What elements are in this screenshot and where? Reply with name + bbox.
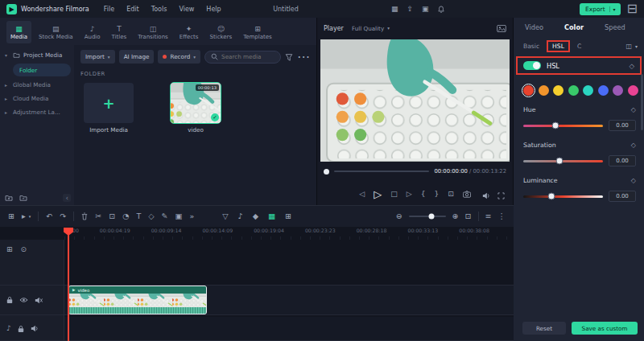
export-dropdown-chevron-icon[interactable]: ▾ <box>609 6 619 12</box>
menu-edit[interactable]: Edit <box>126 6 139 13</box>
subtab-basic[interactable]: Basic <box>523 43 539 50</box>
sidebar-item-folder[interactable]: Folder <box>13 64 71 76</box>
pen-tool-icon[interactable]: ✎ <box>162 212 168 220</box>
timeline-zoom-slider[interactable] <box>409 216 446 217</box>
hsl-toggle[interactable] <box>523 61 541 70</box>
saturation-value[interactable]: 0.00 <box>609 155 636 166</box>
playhead-line[interactable] <box>68 228 69 341</box>
snapshot-camera-icon[interactable] <box>463 191 471 198</box>
panel-toggle-icon[interactable]: ⊟ <box>627 2 638 15</box>
tab-titles[interactable]: T Titles <box>108 21 131 43</box>
undo-icon[interactable]: ↶ <box>46 212 52 220</box>
tab-stock-media[interactable]: ▤ Stock Media <box>35 21 77 43</box>
keyframe-diamond-icon[interactable]: ◇ <box>629 62 634 70</box>
tab-video[interactable]: Video <box>525 23 543 38</box>
quality-selector[interactable]: Full Quality ▾ <box>352 25 390 32</box>
record-button[interactable]: Record ▾ <box>158 50 200 64</box>
swatch-blue[interactable] <box>598 85 609 96</box>
fit-timeline-icon[interactable]: ⊡ <box>465 212 472 220</box>
ai-tools-icon[interactable]: ▦ <box>268 212 275 220</box>
display-mode-icon[interactable] <box>497 25 506 32</box>
fullscreen-icon[interactable] <box>497 192 505 199</box>
hide-track-eye-icon[interactable] <box>19 297 28 303</box>
tab-transitions[interactable]: ◫ Transitions <box>134 21 172 43</box>
tab-color[interactable]: Color <box>564 23 584 38</box>
reset-button[interactable]: Reset <box>522 322 566 335</box>
zoom-in-icon[interactable]: ⊕ <box>452 212 459 220</box>
play-icon[interactable]: ▷ <box>374 189 382 199</box>
swatch-orange[interactable] <box>539 85 549 96</box>
saturation-slider[interactable] <box>523 160 603 162</box>
save-as-custom-button[interactable]: Save as custom <box>572 322 638 335</box>
more-tools-icon[interactable]: » <box>190 212 195 220</box>
lock-track-icon[interactable] <box>6 296 13 304</box>
menu-view[interactable]: View <box>179 6 194 13</box>
video-preview[interactable] <box>320 39 510 162</box>
layout-icon[interactable]: ▦ <box>391 6 398 13</box>
split-icon[interactable]: ✂ <box>95 212 101 220</box>
mute-track-icon[interactable] <box>31 325 39 332</box>
saturation-slider-knob[interactable] <box>555 158 563 165</box>
menu-tools[interactable]: Tools <box>151 6 167 13</box>
timeline-menu-icon[interactable]: ⋮ <box>498 212 506 220</box>
sidebar-item-project-media[interactable]: ▾ Project Media <box>5 48 71 62</box>
track-manager-icon[interactable]: ≡ <box>485 212 492 220</box>
chevron-down-icon[interactable]: ▾ <box>635 44 638 49</box>
tab-effects[interactable]: ✦ Effects <box>175 21 203 43</box>
tab-media[interactable]: ▦ Media <box>6 21 31 43</box>
keyframe-icon[interactable]: ◇ <box>148 212 154 220</box>
ai-image-button[interactable]: AI Image <box>119 50 155 64</box>
export-button[interactable]: Export ▾ <box>580 3 621 15</box>
swatch-red[interactable] <box>523 85 534 96</box>
subtab-hsl[interactable]: HSL <box>547 40 570 52</box>
stop-icon[interactable]: □ <box>390 191 398 198</box>
swatch-magenta[interactable] <box>628 85 638 96</box>
snap-magnet-icon[interactable]: ⊙ <box>21 246 27 253</box>
notification-bell-icon[interactable] <box>438 6 444 13</box>
timeline-video-clip[interactable]: ▶ video <box>68 286 207 314</box>
sidebar-item-cloud-media[interactable]: ▸ Cloud Media <box>5 92 71 105</box>
compare-view-icon[interactable]: ◫ <box>625 43 632 50</box>
swatch-green[interactable] <box>568 85 579 96</box>
subtab-curves[interactable]: C <box>577 43 581 50</box>
import-media-tile[interactable]: + Import Media <box>84 83 134 134</box>
volume-icon[interactable] <box>482 192 490 199</box>
keyframe-diamond-icon[interactable]: ◇ <box>631 106 636 113</box>
tab-templates[interactable]: ⊞ Templates <box>239 21 276 43</box>
scrubber-track[interactable] <box>334 170 429 172</box>
lock-track-icon[interactable] <box>18 325 24 333</box>
more-options-icon[interactable]: ⋯ <box>297 51 310 64</box>
screen-record-icon[interactable]: ▣ <box>175 212 183 220</box>
import-media-icon[interactable]: ⇪ <box>407 6 414 13</box>
media-browser-icon[interactable]: ⊞ <box>8 212 14 220</box>
marker-icon[interactable]: ▽ <box>222 212 228 220</box>
video-clip-tile[interactable]: 00:00:13 ✓ video <box>171 83 221 134</box>
tab-stickers[interactable]: ☺ Stickers <box>206 21 237 43</box>
video-clip-thumbnail[interactable]: 00:00:13 ✓ <box>171 83 221 123</box>
crop-icon[interactable]: ⊡ <box>109 212 115 220</box>
import-media-dropzone[interactable]: + <box>84 83 134 123</box>
previous-frame-icon[interactable]: ◁ <box>359 191 365 198</box>
pointer-tool-icon[interactable]: ▸ <box>22 212 26 220</box>
zoom-out-icon[interactable]: ⊖ <box>396 212 402 220</box>
keyframe-diamond-icon[interactable]: ◇ <box>631 177 636 184</box>
timeline-ruler[interactable]: 00:00 00:00:04:19 00:00:09:14 00:00:14:0… <box>64 228 489 236</box>
collapse-sidebar-icon[interactable]: ‹ <box>63 194 71 202</box>
beat-detect-icon[interactable]: ♪ <box>238 212 243 220</box>
add-track-icon[interactable]: ⊞ <box>6 246 13 253</box>
swatch-teal[interactable] <box>583 85 593 96</box>
hue-value[interactable]: 0.00 <box>609 120 636 131</box>
mark-in-icon[interactable]: { <box>421 191 426 198</box>
mute-track-icon[interactable] <box>35 297 43 304</box>
sidebar-item-global-media[interactable]: ▸ Global Media <box>5 78 71 92</box>
tab-audio[interactable]: ♪ Audio <box>80 21 105 43</box>
new-folder-icon[interactable] <box>5 195 13 201</box>
keyframe-diamond-icon[interactable]: ◇ <box>631 142 636 149</box>
screen-record-icon[interactable]: ▣ <box>422 6 429 13</box>
audio-track-lane[interactable] <box>64 317 514 341</box>
zoom-knob[interactable] <box>429 214 435 220</box>
scrollbar[interactable] <box>641 74 643 130</box>
text-tool-icon[interactable]: T <box>136 212 141 220</box>
keyframe-diamond-icon[interactable]: ◆ <box>253 212 258 220</box>
delete-icon[interactable] <box>81 212 88 220</box>
